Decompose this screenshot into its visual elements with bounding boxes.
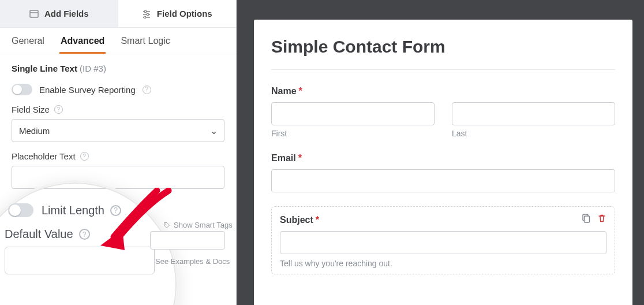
svg-point-8 bbox=[165, 224, 166, 225]
subject-block-selected[interactable]: Subject* Tell us why you're reaching out… bbox=[271, 206, 615, 274]
help-icon[interactable]: ? bbox=[143, 85, 151, 94]
form-preview: Simple Contact Form Name* First Last Ema… bbox=[254, 20, 632, 305]
placeholder-input[interactable] bbox=[12, 166, 224, 189]
help-icon[interactable]: ? bbox=[79, 229, 90, 240]
first-sublabel: First bbox=[271, 129, 435, 138]
tag-icon bbox=[163, 222, 170, 229]
subtab-general[interactable]: General bbox=[10, 29, 46, 54]
tab-field-options-label: Field Options bbox=[157, 9, 212, 18]
name-label: Name* bbox=[271, 86, 615, 96]
tab-add-fields-label: Add Fields bbox=[44, 9, 89, 18]
survey-label: Enable Survey Reporting bbox=[39, 85, 136, 95]
tab-field-options[interactable]: Field Options bbox=[118, 0, 237, 27]
divider bbox=[271, 69, 615, 70]
survey-row: Enable Survey Reporting ? bbox=[12, 84, 224, 95]
default-value-input-small[interactable] bbox=[150, 231, 225, 250]
duplicate-icon[interactable] bbox=[581, 214, 590, 223]
field-type-label: Single Line Text bbox=[12, 64, 77, 73]
subject-helper: Tell us why you're reaching out. bbox=[280, 259, 606, 268]
trash-icon[interactable] bbox=[597, 214, 606, 223]
field-size-select[interactable]: Medium bbox=[12, 119, 224, 142]
help-icon[interactable]: ? bbox=[54, 105, 63, 114]
field-title: Single Line Text (ID #3) bbox=[12, 64, 224, 73]
placeholder-label: Placeholder Text bbox=[12, 151, 76, 161]
top-tabs: Add Fields Field Options bbox=[0, 0, 236, 28]
last-sublabel: Last bbox=[452, 129, 615, 138]
email-block: Email* bbox=[271, 153, 615, 192]
tab-add-fields[interactable]: Add Fields bbox=[0, 0, 118, 27]
sub-tabs: General Advanced Smart Logic bbox=[0, 28, 236, 54]
email-input[interactable] bbox=[271, 169, 615, 192]
show-smart-tags-link[interactable]: Show Smart Tags bbox=[163, 221, 233, 229]
svg-point-7 bbox=[144, 16, 146, 18]
required-asterisk: * bbox=[316, 215, 319, 225]
svg-rect-11 bbox=[585, 216, 590, 222]
survey-toggle[interactable] bbox=[12, 84, 32, 95]
required-asterisk: * bbox=[299, 86, 302, 96]
svg-point-3 bbox=[144, 10, 147, 13]
svg-rect-0 bbox=[30, 10, 38, 17]
subtab-advanced[interactable]: Advanced bbox=[59, 29, 106, 54]
field-tools bbox=[581, 214, 606, 223]
last-name-input[interactable] bbox=[452, 102, 615, 125]
name-fields: First Last bbox=[271, 102, 615, 138]
help-icon[interactable]: ? bbox=[110, 205, 121, 216]
layout-icon bbox=[29, 9, 39, 18]
placeholder-row: Placeholder Text ? bbox=[12, 151, 224, 189]
default-value-input[interactable] bbox=[5, 247, 155, 274]
limit-length-label: Limit Length bbox=[42, 204, 104, 217]
default-value-label: Default Value bbox=[5, 228, 73, 241]
subject-label: Subject* bbox=[280, 215, 606, 225]
svg-point-5 bbox=[147, 13, 149, 16]
field-size-label: Field Size bbox=[12, 105, 50, 114]
help-icon[interactable]: ? bbox=[80, 152, 89, 161]
limit-length-toggle[interactable] bbox=[8, 203, 33, 217]
subject-input[interactable] bbox=[280, 231, 606, 254]
sliders-icon bbox=[142, 9, 151, 18]
subtab-smart-logic[interactable]: Smart Logic bbox=[119, 29, 171, 54]
required-asterisk: * bbox=[298, 153, 302, 163]
field-id-tag: (ID #3) bbox=[80, 64, 106, 73]
field-size-row: Field Size ? Medium ⌄ bbox=[12, 105, 224, 142]
first-name-input[interactable] bbox=[271, 102, 435, 125]
examples-link[interactable]: See Examples & Docs bbox=[155, 257, 230, 266]
form-title: Simple Contact Form bbox=[271, 37, 615, 57]
email-label: Email* bbox=[271, 153, 615, 163]
